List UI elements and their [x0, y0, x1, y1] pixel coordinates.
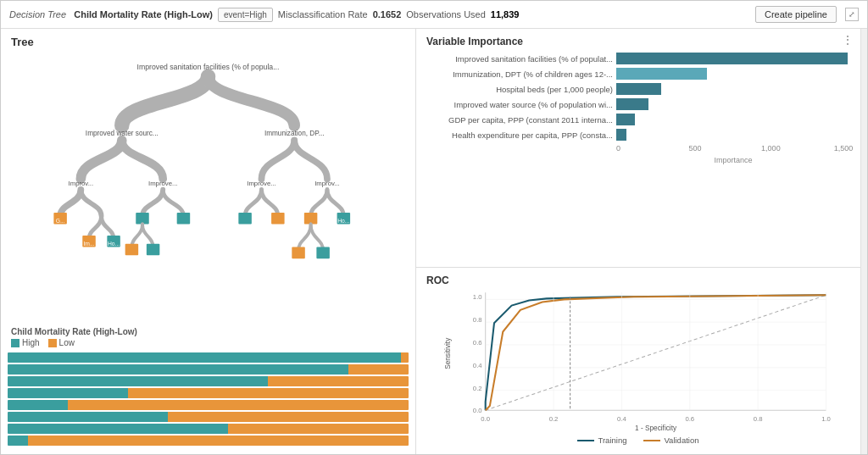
bar-teal: [8, 400, 68, 410]
svg-rect-15: [125, 244, 139, 256]
more-options-icon[interactable]: ⋮: [842, 34, 854, 46]
main-container: Decision Tree Child Mortality Rate (High…: [0, 0, 868, 455]
svg-text:0.8: 0.8: [473, 316, 482, 324]
bar-teal: [8, 352, 401, 363]
svg-text:Improv...: Improv...: [314, 180, 340, 187]
validation-line: [643, 440, 660, 441]
bar-row: [8, 352, 409, 363]
body: Tree Improved sanitation facilities (% o…: [1, 29, 867, 454]
svg-text:0.2: 0.2: [549, 415, 559, 423]
svg-text:1.0: 1.0: [821, 415, 831, 423]
svg-text:1.0: 1.0: [473, 293, 482, 301]
bar-orange: [228, 424, 409, 434]
vi-chart: Improved sanitation facilities (% of pop…: [426, 53, 850, 164]
create-pipeline-button[interactable]: Create pipeline: [755, 6, 837, 23]
vi-row: Hospital beds (per 1,000 people): [426, 83, 850, 95]
vi-bar: [616, 129, 626, 141]
vi-bar-container: [616, 114, 850, 125]
vi-tick-1000: 1,000: [761, 144, 781, 153]
svg-text:0.0: 0.0: [473, 407, 482, 414]
vi-tick-0: 0: [616, 144, 620, 153]
left-panel: Tree Improved sanitation facilities (% o…: [1, 29, 416, 454]
vi-tick-500: 500: [689, 144, 702, 153]
svg-text:0.2: 0.2: [473, 385, 482, 392]
svg-text:Ho...: Ho...: [337, 218, 349, 224]
roc-title: ROC: [426, 275, 850, 286]
bar-teal: [8, 388, 128, 398]
svg-rect-14: [177, 213, 191, 225]
low-label: Low: [59, 338, 75, 347]
svg-text:0.0: 0.0: [481, 415, 490, 423]
obs-label: Observations Used: [406, 9, 486, 19]
model-name: Child Mortality Rate (High-Low): [74, 9, 213, 19]
bar-orange: [128, 388, 409, 398]
bar-row: [8, 364, 409, 375]
header: Decision Tree Child Mortality Rate (High…: [1, 1, 867, 29]
roc-legend: Training Validation: [426, 436, 850, 445]
vi-bar: [616, 114, 635, 125]
svg-text:Sensitivity: Sensitivity: [444, 337, 452, 369]
high-label: High: [22, 338, 40, 347]
vi-bar-container: [616, 53, 850, 64]
tree-title: Tree: [1, 29, 415, 52]
vi-bar-container: [616, 83, 850, 95]
bar-row: [8, 424, 409, 434]
bar-orange: [68, 400, 409, 410]
svg-line-45: [486, 295, 826, 410]
vi-axis-label: Importance: [616, 156, 850, 164]
vi-title: Variable Importance: [426, 36, 850, 47]
bar-row: [8, 376, 409, 386]
bar-row: [8, 436, 409, 446]
vi-bar-container: [616, 98, 850, 110]
bar-orange: [168, 412, 409, 422]
bar-orange: [348, 364, 409, 375]
bar-row: [8, 388, 409, 398]
header-title: Decision Tree Child Mortality Rate (High…: [9, 9, 213, 19]
vi-bar: [616, 83, 661, 95]
svg-text:0.6: 0.6: [473, 339, 482, 347]
vi-label: GDP per capita, PPP (constant 2011 inter…: [426, 115, 613, 125]
vi-bar: [616, 68, 707, 80]
vi-bar: [616, 53, 848, 64]
vi-row: Health expenditure per capita, PPP (cons…: [426, 129, 850, 141]
bar-orange: [268, 376, 409, 386]
variable-importance-panel: Variable Importance ⋮ Improved sanitatio…: [416, 29, 860, 268]
tree-area: Improved sanitation facilities (% of pop…: [1, 52, 415, 324]
vi-tick-1500: 1,500: [834, 144, 854, 153]
svg-text:Immunization, DP...: Immunization, DP...: [264, 130, 325, 137]
training-label: Training: [598, 436, 626, 445]
tree-legend: Child Mortality Rate (High-Low) High Low: [1, 324, 415, 349]
stacked-bars: [1, 349, 415, 454]
vi-bar-container: [616, 68, 850, 80]
svg-rect-13: [136, 213, 149, 225]
svg-text:Improve...: Improve...: [148, 180, 177, 187]
svg-text:0.8: 0.8: [754, 415, 763, 423]
vi-label: Hospital beds (per 1,000 people): [426, 85, 613, 94]
legend-items: High Low: [11, 338, 405, 347]
vi-bar: [616, 98, 648, 110]
bar-row: [8, 412, 409, 422]
bar-teal: [8, 376, 268, 386]
metric-label: Misclassification Rate: [278, 9, 368, 19]
roc-legend-validation: Validation: [643, 436, 698, 445]
legend-item-low: Low: [48, 338, 75, 347]
svg-rect-19: [304, 213, 318, 225]
bar-teal: [8, 424, 228, 434]
right-panel: Variable Importance ⋮ Improved sanitatio…: [416, 29, 860, 454]
svg-text:0.4: 0.4: [617, 415, 626, 423]
svg-text:Ho...: Ho...: [108, 241, 120, 247]
vi-label: Improved water source (% of population w…: [426, 100, 613, 109]
legend-title: Child Mortality Rate (High-Low): [11, 327, 405, 336]
svg-text:0.4: 0.4: [473, 362, 482, 369]
tree-svg: Improved sanitation facilities (% of pop…: [1, 52, 415, 314]
svg-text:1 - Specificity: 1 - Specificity: [635, 424, 677, 432]
svg-text:0.6: 0.6: [685, 415, 694, 423]
vi-row: GDP per capita, PPP (constant 2011 inter…: [426, 114, 850, 125]
vi-row: Improved water source (% of population w…: [426, 98, 850, 110]
scrollbar[interactable]: [860, 29, 867, 454]
vi-row: Improved sanitation facilities (% of pop…: [426, 53, 850, 64]
vi-label: Improved sanitation facilities (% of pop…: [426, 54, 613, 64]
expand-icon[interactable]: ⤢: [845, 8, 859, 21]
svg-text:Im...: Im...: [83, 241, 94, 247]
bar-teal: [8, 412, 168, 422]
